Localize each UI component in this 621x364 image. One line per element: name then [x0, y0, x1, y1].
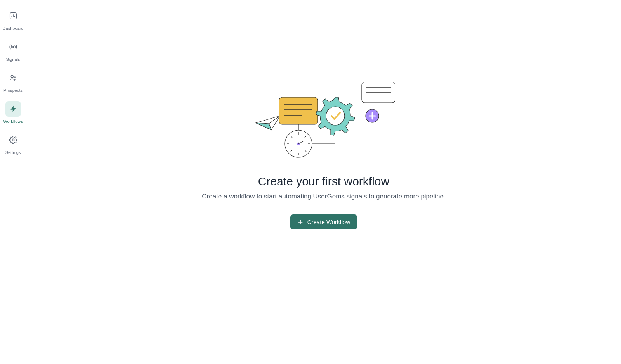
svg-rect-15: [279, 97, 318, 124]
sidebar-item-label: Settings: [5, 150, 21, 155]
sidebar-item-label: Workflows: [3, 119, 23, 124]
svg-point-7: [12, 139, 14, 141]
main-content: Create your first workflow Create a work…: [26, 0, 621, 364]
plus-icon: [297, 219, 304, 225]
sidebar: Dashboard Signals Prospects: [0, 0, 26, 364]
empty-state-subtitle: Create a workflow to start automating Us…: [202, 193, 445, 200]
workflow-illustration: [252, 82, 395, 159]
sidebar-item-label: Dashboard: [3, 26, 24, 31]
empty-state-title: Create your first workflow: [258, 175, 389, 188]
dashboard-icon: [5, 8, 21, 24]
sidebar-item-prospects[interactable]: Prospects: [0, 70, 26, 93]
signals-icon: [5, 39, 21, 55]
sidebar-item-settings[interactable]: Settings: [0, 132, 26, 155]
svg-point-6: [14, 76, 16, 78]
sidebar-item-label: Prospects: [3, 88, 23, 93]
create-workflow-button[interactable]: Create Workflow: [290, 214, 357, 229]
settings-icon: [5, 132, 21, 148]
prospects-icon: [5, 70, 21, 86]
sidebar-item-label: Signals: [6, 57, 20, 62]
sidebar-item-workflows[interactable]: Workflows: [0, 101, 26, 124]
sidebar-item-dashboard[interactable]: Dashboard: [0, 8, 26, 31]
create-workflow-button-label: Create Workflow: [307, 219, 350, 225]
sidebar-item-signals[interactable]: Signals: [0, 39, 26, 62]
svg-point-30: [326, 107, 345, 125]
svg-point-5: [11, 75, 13, 78]
svg-marker-13: [256, 123, 271, 130]
svg-point-4: [12, 47, 14, 48]
workflows-icon: [5, 101, 21, 117]
empty-state: Create your first workflow Create a work…: [184, 82, 463, 229]
